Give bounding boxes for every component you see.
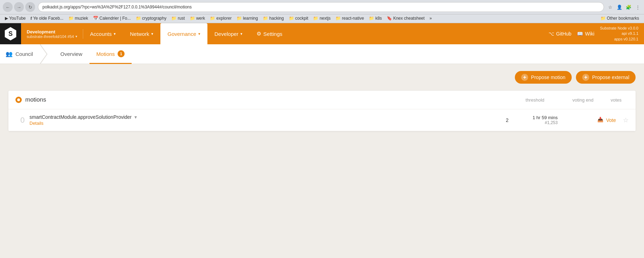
branding-sub: substrate-threefold/104 #54 ▾ — [27, 34, 77, 39]
nav-network-label: Network — [130, 31, 149, 37]
tab-motions[interactable]: Motions 1 — [89, 45, 132, 64]
bookmark-knex[interactable]: 🔖 Knex cheatsheet — [385, 15, 427, 21]
motion-content: smartContractModule.approveSolutionProvi… — [29, 114, 480, 126]
back-button[interactable]: ← — [3, 2, 13, 12]
motion-name-text: smartContractModule.approveSolutionProvi… — [29, 114, 132, 120]
wiki-link[interactable]: 📖 Wiki — [577, 31, 594, 37]
motions-columns: threshold voting end votes — [516, 97, 629, 103]
bookmark-werk[interactable]: 📁 werk — [188, 15, 207, 21]
bookmark-more[interactable]: » — [427, 15, 434, 21]
bookmark-calendrier[interactable]: 📅 Calendrier | Fo... — [91, 15, 133, 21]
logo-hexagon: S — [4, 27, 17, 40]
motion-voting-end: 1 hr 59 mins #1,253 — [516, 115, 565, 125]
propose-motion-label: Propose motion — [531, 75, 565, 80]
app-branding[interactable]: Development substrate-threefold/104 #54 … — [21, 29, 83, 39]
nav-item-settings[interactable]: ⚙ Settings — [250, 23, 289, 44]
forward-button[interactable]: → — [14, 2, 24, 12]
address-bar[interactable]: polkadot.js.org/apps/?rpc=ws%3A%2F%2F127… — [38, 2, 604, 12]
nav-accounts-label: Accounts — [90, 31, 112, 37]
propose-external-plus-icon: + — [582, 74, 589, 81]
sub-nav: 👥 Council Overview Motions 1 — [0, 44, 644, 64]
bookmark-learning[interactable]: 📁 learning — [234, 15, 260, 21]
propose-external-label: Propose external — [592, 75, 629, 80]
table-row: 0 smartContractModule.approveSolutionPro… — [8, 109, 636, 131]
branding-sub-text: substrate-threefold/104 #54 — [27, 34, 74, 39]
github-link[interactable]: ⌥ GitHub — [549, 31, 572, 37]
user-icon[interactable]: 👤 — [616, 4, 623, 11]
motion-name: smartContractModule.approveSolutionProvi… — [29, 114, 480, 120]
bookmark-star-icon[interactable]: ☆ — [607, 4, 614, 11]
bookmark-k8s[interactable]: 📁 k8s — [367, 15, 384, 21]
app-logo[interactable]: S — [0, 23, 21, 44]
nav-governance-arrow: ▾ — [198, 32, 200, 36]
motions-title: motions — [25, 96, 516, 103]
bookmark-explorer[interactable]: 📁 explorer — [208, 15, 234, 21]
settings-gear-icon: ⚙ — [257, 31, 261, 37]
wiki-label: Wiki — [585, 31, 594, 37]
menu-icon[interactable]: ⋮ — [634, 4, 641, 11]
wiki-icon: 📖 — [577, 31, 583, 37]
bookmark-hacking[interactable]: 📁 hacking — [261, 15, 286, 21]
motions-header: motions threshold voting end votes — [8, 91, 636, 109]
nav-accounts-arrow: ▾ — [114, 32, 116, 36]
node-version: Substrate Node v3.0.0 — [600, 26, 638, 31]
nav-governance-label: Governance — [167, 31, 196, 37]
motion-dropdown-icon[interactable]: ▾ — [134, 114, 137, 120]
motions-badge: 1 — [118, 50, 125, 57]
col-votes-header: votes — [600, 97, 629, 103]
bookmark-react-native[interactable]: 📁 react-native — [333, 15, 366, 21]
action-buttons: + Propose motion + Propose external — [8, 71, 636, 84]
motion-voting-time: 1 hr 59 mins — [523, 115, 558, 120]
nav-settings-label: Settings — [263, 31, 282, 37]
node-info: Substrate Node v3.0.0 api v9.1.1 apps v0… — [600, 26, 638, 42]
bookmark-cryptography[interactable]: 📁 cryptography — [134, 15, 169, 21]
browser-nav-buttons: ← → ↻ — [3, 2, 35, 12]
star-button[interactable]: ☆ — [623, 116, 629, 124]
propose-motion-plus-icon: + — [521, 74, 528, 81]
refresh-button[interactable]: ↻ — [25, 2, 35, 12]
col-voting-end-header: voting end — [551, 97, 600, 103]
extension-icon[interactable]: 🧩 — [625, 4, 632, 11]
tab-overview[interactable]: Overview — [53, 45, 89, 64]
branding-dropdown-icon[interactable]: ▾ — [75, 34, 77, 38]
nav-item-developer[interactable]: Developer ▾ — [207, 23, 250, 44]
apps-version: apps v0.120.1 — [600, 37, 638, 42]
bookmark-youtube[interactable]: ▶ YouTube — [3, 15, 28, 21]
bookmarks-bar: ▶ YouTube 𝐟 Ye olde Faceb... 📁 muziek 📅 … — [0, 14, 644, 23]
vote-label: Vote — [606, 117, 616, 123]
tab-overview-label: Overview — [60, 51, 82, 57]
url-text: polkadot.js.org/apps/?rpc=ws%3A%2F%2F127… — [42, 5, 192, 9]
tab-motions-label: Motions — [97, 51, 115, 57]
bookmark-cockpit[interactable]: 📁 cockpit — [287, 15, 311, 21]
propose-external-button[interactable]: + Propose external — [576, 71, 636, 84]
app-header: S Development substrate-threefold/104 #5… — [0, 23, 644, 44]
branding-name: Development — [27, 29, 77, 34]
motion-actions: 📥 Vote ☆ — [593, 115, 629, 126]
nav-separator — [40, 44, 51, 64]
nav-item-network[interactable]: Network ▾ — [123, 23, 160, 44]
nav-item-governance[interactable]: Governance ▾ — [160, 23, 207, 44]
propose-motion-button[interactable]: + Propose motion — [515, 71, 572, 84]
motions-icon-dot — [17, 98, 20, 101]
nav-developer-label: Developer — [214, 31, 238, 37]
nav-developer-arrow: ▾ — [240, 32, 243, 36]
council-label: Council — [15, 51, 33, 57]
browser-chrome: ← → ↻ polkadot.js.org/apps/?rpc=ws%3A%2F… — [0, 0, 644, 14]
bookmark-muziek[interactable]: 📁 muziek — [66, 15, 90, 21]
motion-detail-link[interactable]: Details — [29, 121, 480, 126]
bookmark-nextjs[interactable]: 📁 nextjs — [311, 15, 333, 21]
motions-panel: motions threshold voting end votes 0 sma… — [8, 91, 636, 131]
motion-index: 0 — [15, 116, 29, 125]
vote-icon: 📥 — [597, 117, 604, 124]
nav-item-accounts[interactable]: Accounts ▾ — [83, 23, 123, 44]
motion-threshold-value: 2 — [480, 117, 516, 123]
bookmark-rust[interactable]: 📁 rust — [169, 15, 187, 21]
nav-network-arrow: ▾ — [151, 32, 153, 36]
vote-button[interactable]: 📥 Vote — [593, 115, 620, 126]
bookmark-facebook[interactable]: 𝐟 Ye olde Faceb... — [28, 15, 65, 21]
bookmark-other[interactable]: 📁 Other bookmarks — [598, 15, 641, 21]
col-threshold-header: threshold — [516, 97, 551, 103]
browser-action-icons: ☆ 👤 🧩 ⋮ — [607, 4, 641, 11]
github-icon: ⌥ — [549, 31, 554, 37]
sub-nav-council[interactable]: 👥 Council — [6, 51, 40, 57]
